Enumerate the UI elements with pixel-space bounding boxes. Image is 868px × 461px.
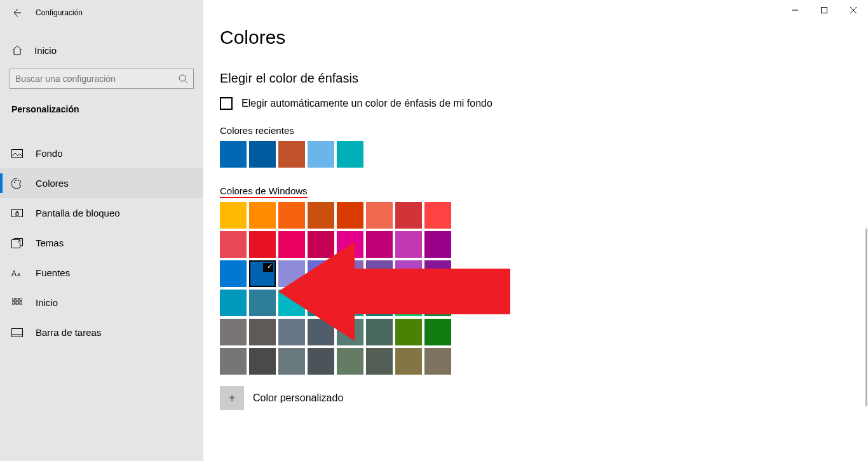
fonts-icon: AA: [11, 267, 23, 279]
palette-icon: [11, 178, 23, 189]
search-field[interactable]: [15, 74, 178, 84]
color-swatch[interactable]: [278, 348, 305, 375]
windows-colors-grid: ✓: [220, 202, 868, 375]
nav-pantalla-bloqueo[interactable]: Pantalla de bloqueo: [0, 198, 203, 228]
svg-line-2: [185, 81, 187, 83]
color-swatch[interactable]: [337, 290, 363, 316]
color-swatch[interactable]: [308, 231, 334, 258]
section-accent: Elegir el color de énfasis: [220, 71, 868, 86]
custom-color-button[interactable]: + Color personalizado: [220, 386, 868, 410]
custom-color-label: Color personalizado: [253, 392, 343, 404]
color-swatch[interactable]: [337, 202, 363, 229]
color-swatch[interactable]: [366, 348, 393, 375]
main-content: Colores Elegir el color de énfasis Elegi…: [203, 0, 868, 461]
color-swatch[interactable]: [278, 290, 305, 316]
color-swatch[interactable]: [366, 319, 393, 345]
color-swatch[interactable]: [337, 348, 363, 375]
plus-icon: +: [220, 386, 244, 410]
category-label: Personalización: [0, 97, 203, 123]
color-swatch[interactable]: [308, 260, 334, 287]
svg-rect-12: [12, 298, 15, 300]
color-swatch[interactable]: [424, 319, 451, 345]
recent-color-swatch[interactable]: [278, 141, 305, 168]
color-swatch[interactable]: [278, 260, 305, 287]
color-swatch[interactable]: [220, 290, 247, 316]
nav-inicio[interactable]: Inicio: [0, 288, 203, 317]
minimize-button[interactable]: [780, 0, 810, 20]
color-swatch[interactable]: [395, 290, 422, 316]
color-swatch[interactable]: [308, 319, 334, 345]
color-swatch[interactable]: [220, 348, 247, 375]
color-swatch[interactable]: ✓: [249, 260, 276, 287]
nav-label: Barra de tareas: [36, 327, 101, 338]
color-swatch[interactable]: [395, 202, 422, 229]
svg-text:A: A: [17, 272, 21, 277]
color-swatch[interactable]: [308, 348, 334, 375]
color-swatch[interactable]: [278, 202, 305, 229]
color-swatch[interactable]: [337, 231, 363, 258]
nav-label: Fuentes: [36, 267, 70, 278]
color-swatch[interactable]: [337, 260, 363, 287]
color-swatch[interactable]: [424, 348, 451, 375]
color-swatch[interactable]: [278, 319, 305, 345]
color-swatch[interactable]: [337, 319, 363, 345]
svg-point-1: [179, 75, 186, 81]
color-swatch[interactable]: [395, 348, 422, 375]
window-title: Configuración: [36, 8, 83, 17]
windows-colors-head: Colores de Windows: [220, 185, 308, 198]
svg-rect-21: [822, 8, 827, 13]
lock-screen-icon: [11, 208, 23, 219]
svg-rect-18: [12, 328, 23, 337]
color-swatch[interactable]: [249, 348, 276, 375]
recent-color-swatch[interactable]: [308, 141, 334, 168]
maximize-button[interactable]: [810, 0, 839, 20]
color-swatch[interactable]: [249, 231, 276, 258]
page-title: Colores: [220, 27, 868, 48]
recent-colors-head: Colores recientes: [220, 125, 868, 136]
color-swatch[interactable]: [249, 202, 276, 229]
color-swatch[interactable]: [220, 202, 247, 229]
sidebar-home[interactable]: Inicio: [0, 37, 203, 63]
recent-color-swatch[interactable]: [337, 141, 363, 168]
color-swatch[interactable]: [395, 260, 422, 287]
back-icon[interactable]: [11, 8, 22, 18]
picture-icon: [11, 148, 23, 159]
svg-rect-8: [16, 213, 18, 215]
recent-color-swatch[interactable]: [249, 141, 276, 168]
color-swatch[interactable]: [424, 231, 451, 258]
svg-rect-3: [12, 149, 23, 157]
color-swatch[interactable]: [366, 202, 393, 229]
color-swatch[interactable]: [424, 202, 451, 229]
home-icon: [11, 44, 23, 56]
auto-color-checkbox[interactable]: Elegir automáticamente un color de énfas…: [220, 97, 868, 110]
color-swatch[interactable]: [308, 202, 334, 229]
nav-fuentes[interactable]: AA Fuentes: [0, 258, 203, 288]
checkbox-label: Elegir automáticamente un color de énfas…: [241, 98, 492, 109]
color-swatch[interactable]: [220, 231, 247, 258]
color-swatch[interactable]: [395, 319, 422, 345]
search-input[interactable]: [10, 69, 194, 89]
nav-temas[interactable]: Temas: [0, 228, 203, 258]
nav-barra-tareas[interactable]: Barra de tareas: [0, 317, 203, 347]
color-swatch[interactable]: [366, 260, 393, 287]
color-swatch[interactable]: [366, 231, 393, 258]
color-swatch[interactable]: [424, 260, 451, 287]
nav-label: Inicio: [36, 297, 58, 308]
nav-label: Colores: [36, 178, 69, 189]
color-swatch[interactable]: [424, 290, 451, 316]
color-swatch[interactable]: [220, 319, 247, 345]
color-swatch[interactable]: [395, 231, 422, 258]
color-swatch[interactable]: [249, 319, 276, 345]
check-icon: ✓: [267, 262, 273, 271]
close-button[interactable]: [839, 0, 868, 20]
nav-colores[interactable]: Colores: [0, 168, 203, 198]
color-swatch[interactable]: [366, 290, 393, 316]
color-swatch[interactable]: [220, 260, 247, 287]
color-swatch[interactable]: [278, 231, 305, 258]
color-swatch[interactable]: [249, 290, 276, 316]
nav-fondo[interactable]: Fondo: [0, 138, 203, 168]
checkbox-icon[interactable]: [220, 97, 233, 110]
color-swatch[interactable]: [308, 290, 334, 316]
scrollbar-thumb[interactable]: [865, 229, 867, 406]
recent-color-swatch[interactable]: [220, 141, 247, 168]
